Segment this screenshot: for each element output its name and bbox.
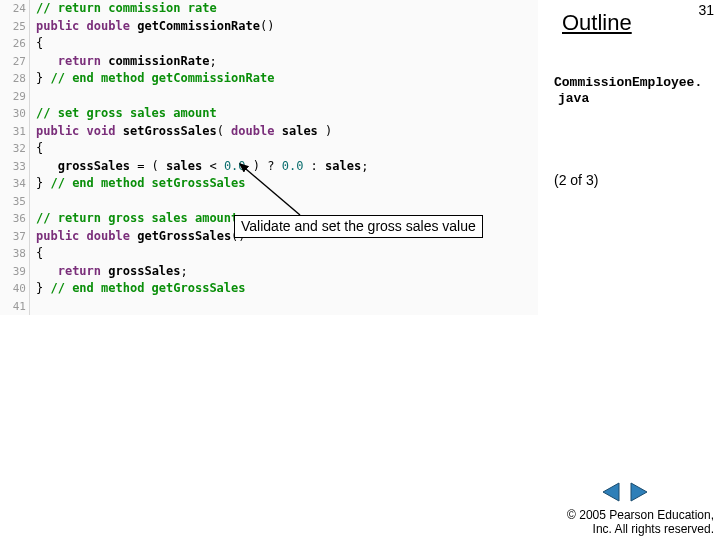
line-number: 27 [0, 53, 30, 71]
code-content: public void setGrossSales( double sales … [30, 123, 332, 141]
code-content [30, 193, 36, 211]
line-number: 40 [0, 280, 30, 298]
file-label-line2: java [554, 91, 702, 107]
code-line: 35 [0, 193, 538, 211]
code-line: 29 [0, 88, 538, 106]
triangle-right-icon [627, 481, 649, 507]
line-number: 32 [0, 140, 30, 158]
line-number: 28 [0, 70, 30, 88]
outline-title: Outline [562, 10, 632, 36]
line-number: 31 [0, 123, 30, 141]
line-number: 26 [0, 35, 30, 53]
code-content: } // end method getGrossSales [30, 280, 246, 298]
line-number: 25 [0, 18, 30, 36]
svg-marker-2 [631, 483, 647, 501]
code-content: } // end method setGrossSales [30, 175, 246, 193]
code-line: 38{ [0, 245, 538, 263]
code-content [30, 298, 36, 316]
line-number: 36 [0, 210, 30, 228]
code-content [30, 88, 36, 106]
code-content: public double getCommissionRate() [30, 18, 274, 36]
triangle-left-icon [601, 481, 623, 507]
file-label: CommissionEmployee. java [554, 75, 702, 107]
line-number: 38 [0, 245, 30, 263]
copyright: © 2005 Pearson Education, Inc. All right… [567, 508, 714, 536]
line-number: 24 [0, 0, 30, 18]
code-line: 40} // end method getGrossSales [0, 280, 538, 298]
copyright-line1: © 2005 Pearson Education, [567, 508, 714, 522]
line-number: 30 [0, 105, 30, 123]
line-number: 35 [0, 193, 30, 211]
code-content: return grossSales; [30, 263, 188, 281]
line-number: 39 [0, 263, 30, 281]
code-line: 25public double getCommissionRate() [0, 18, 538, 36]
code-content: return commissionRate; [30, 53, 217, 71]
line-number: 29 [0, 88, 30, 106]
line-number: 34 [0, 175, 30, 193]
nav-prev-button[interactable] [600, 482, 624, 506]
slide-number: 31 [698, 2, 714, 18]
code-panel: 24// return commission rate25public doub… [0, 0, 538, 315]
line-number: 41 [0, 298, 30, 316]
line-number: 33 [0, 158, 30, 176]
code-line: 39 return grossSales; [0, 263, 538, 281]
code-line: 30// set gross sales amount [0, 105, 538, 123]
page-of: (2 of 3) [554, 172, 598, 188]
code-content: grossSales = ( sales < 0.0 ) ? 0.0 : sal… [30, 158, 368, 176]
line-number: 37 [0, 228, 30, 246]
callout-box: Validate and set the gross sales value [234, 215, 483, 238]
code-line: 24// return commission rate [0, 0, 538, 18]
code-line: 31public void setGrossSales( double sale… [0, 123, 538, 141]
svg-marker-1 [603, 483, 619, 501]
nav-next-button[interactable] [626, 482, 650, 506]
file-label-line1: CommissionEmployee. [554, 75, 702, 91]
code-line: 32{ [0, 140, 538, 158]
code-content: public double getGrossSales() [30, 228, 246, 246]
code-content: { [30, 140, 43, 158]
code-content: // return gross sales amount [30, 210, 238, 228]
code-content: } // end method getCommissionRate [30, 70, 274, 88]
code-content: { [30, 245, 43, 263]
callout-text: Validate and set the gross sales value [241, 218, 476, 234]
code-content: { [30, 35, 43, 53]
code-line: 28} // end method getCommissionRate [0, 70, 538, 88]
code-line: 33 grossSales = ( sales < 0.0 ) ? 0.0 : … [0, 158, 538, 176]
code-content: // return commission rate [30, 0, 217, 18]
copyright-line2: Inc. All rights reserved. [567, 522, 714, 536]
code-content: // set gross sales amount [30, 105, 217, 123]
code-line: 26{ [0, 35, 538, 53]
code-line: 27 return commissionRate; [0, 53, 538, 71]
code-line: 41 [0, 298, 538, 316]
code-line: 34} // end method setGrossSales [0, 175, 538, 193]
